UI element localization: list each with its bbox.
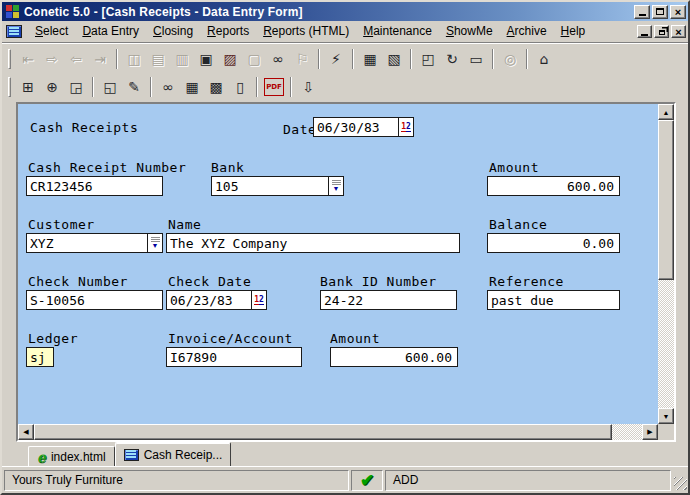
export-button[interactable]: ⇩ [296,76,320,98]
amount-label: Amount [489,160,539,175]
menu-showme[interactable]: ShowMe [439,22,500,41]
name-label: Name [168,217,201,232]
form-title: Cash Receipts [30,120,138,135]
line-amount-input[interactable] [330,347,458,367]
resize-grip[interactable] [674,477,687,490]
app-icon [5,5,20,19]
horizontal-scroll-thumb[interactable] [34,424,612,440]
refresh-clock-button[interactable]: ↻ [440,48,464,70]
bank-input[interactable] [211,176,329,196]
horizontal-scrollbar[interactable]: ◀ ▶ [18,424,658,440]
bank-id-number-input[interactable] [320,290,457,310]
paste-button[interactable]: ▧ [382,48,406,70]
next-record-icon: ⇨ [46,52,58,66]
maximize-button[interactable] [652,5,668,19]
scroll-left-button[interactable]: ◀ [18,424,34,440]
toolbar-separator [492,49,494,69]
cash-receipt-number-input[interactable] [26,176,163,196]
image-save-button[interactable]: ▩ [204,76,228,98]
mdi-close-button[interactable]: × [671,25,686,38]
date-input[interactable] [313,117,399,137]
open-folder-button[interactable]: ◲ [64,76,88,98]
status-check-panel: ✔ [351,470,383,491]
date-calendar-button[interactable]: 12 [398,117,414,137]
previous-record-icon: ⇦ [70,52,82,66]
vertical-scrollbar[interactable]: ▲ ▼ [658,104,674,424]
scroll-right-button[interactable]: ▶ [642,424,658,440]
menu-help[interactable]: Help [554,22,593,41]
close-button[interactable]: × [670,5,686,19]
scroll-up-icon: ▲ [663,109,670,116]
menu-closing[interactable]: Closing [146,22,200,41]
form-icon [124,449,139,461]
check-number-input[interactable] [26,290,163,310]
binoculars-button[interactable]: ∞ [156,76,180,98]
toolbar-gripper[interactable] [8,49,11,69]
edit-pen-icon: ✎ [128,80,140,94]
export-icon: ⇩ [302,80,314,94]
scroll-up-button[interactable]: ▲ [658,104,674,120]
ie-icon: e [37,451,46,463]
menu-data-entry[interactable]: Data Entry [75,22,146,41]
add-folder-button[interactable]: ⊕ [40,76,64,98]
ledger-input[interactable] [26,347,54,367]
trash-button[interactable]: ▯ [228,76,252,98]
bookmark-flag-button: ⚐ [290,48,314,70]
name-input[interactable] [166,233,460,253]
vertical-scroll-thumb[interactable] [658,120,674,280]
delete-record-icon: ▨ [223,52,236,66]
bank-lookup-button[interactable]: ▼ [328,176,344,196]
menu-archive[interactable]: Archive [500,22,554,41]
invoice-account-label: Invoice/Account [168,331,293,346]
customer-input[interactable] [26,233,148,253]
reference-input[interactable] [487,290,620,310]
image-button[interactable]: ▦ [180,76,204,98]
menu-bar: SelectData EntryClosingReportsReports (H… [2,21,688,42]
mdi-system-menu-icon[interactable] [6,25,22,38]
paste-icon: ▧ [387,52,400,66]
toolbar-gripper[interactable] [8,77,11,97]
menu-reports[interactable]: Reports [200,22,256,41]
cash-receipt-number-label: Cash Receipt Number [28,160,186,175]
menu-select[interactable]: Select [28,22,75,41]
copy-icon: ▦ [363,52,376,66]
toolbar-separator [116,49,118,69]
find-binoculars-button[interactable]: ∞ [266,48,290,70]
menu-reports-html[interactable]: Reports (HTML) [256,22,356,41]
customer-lookup-button[interactable]: ▼ [147,233,163,253]
toolbar-separator [526,49,528,69]
scroll-down-icon: ▼ [663,413,670,420]
menu-maintenance[interactable]: Maintenance [356,22,439,41]
balance-label: Balance [489,217,547,232]
check-date-input[interactable] [166,290,252,310]
print-button[interactable]: ▭ [464,48,488,70]
exit-door-button[interactable]: ⌂ [532,48,556,70]
tab-cash-receip[interactable]: Cash Receip... [115,442,232,466]
edit-pen-button[interactable]: ✎ [122,76,146,98]
mdi-restore-button[interactable] [654,25,669,38]
check-date-calendar-button[interactable]: 12 [251,290,267,310]
bookmark-flag-icon: ⚐ [296,52,309,66]
search-folder-button[interactable]: ◱ [98,76,122,98]
clear-record-icon: ▢ [247,52,260,66]
delete-record-button[interactable]: ▨ [218,48,242,70]
lightning-button[interactable]: ⚡ [324,48,348,70]
pdf-button[interactable]: PDF [262,76,286,98]
mdi-minimize-button[interactable] [637,25,652,38]
find-binoculars-icon: ∞ [272,52,284,66]
new-document-button[interactable]: ⊞ [16,76,40,98]
scroll-down-button[interactable]: ▼ [658,408,674,424]
copy-button[interactable]: ▦ [358,48,382,70]
tab-index-html[interactable]: eindex.html [28,446,115,466]
lookup-list-icon: ▼ [151,237,160,249]
copy-record-button[interactable]: ▣ [194,48,218,70]
amount-input[interactable] [487,176,620,196]
reference-label: Reference [489,274,564,289]
app-window: Conetic 5.0 - [Cash Receipts - Data Entr… [0,0,690,495]
invoice-account-input[interactable] [166,347,302,367]
form-window-button[interactable]: ◰ [416,48,440,70]
calendar-icon: 12 [401,123,411,132]
minimize-button[interactable] [634,5,650,19]
balance-input[interactable] [487,233,620,253]
view-record-icon: ◫ [127,52,140,66]
